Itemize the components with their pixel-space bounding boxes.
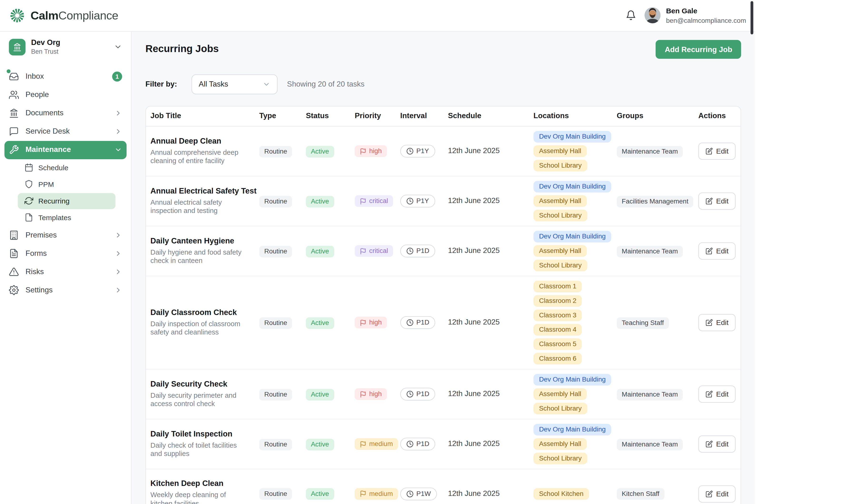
location-tag: Assembly Hall bbox=[533, 145, 587, 157]
sidebar-item-label: Templates bbox=[38, 214, 104, 222]
location-tag: Dev Org Main Building bbox=[533, 181, 611, 193]
sidebar-item-forms[interactable]: Forms bbox=[4, 245, 126, 263]
org-building-icon bbox=[9, 39, 25, 55]
sidebar-item-label: Risks bbox=[25, 268, 108, 277]
flag-icon bbox=[360, 148, 366, 154]
status-badge: Active bbox=[306, 388, 334, 400]
sidebar-item-documents[interactable]: Documents bbox=[4, 104, 126, 123]
edit-button[interactable]: Edit bbox=[698, 386, 736, 403]
schedule-date: 12th June 2025 bbox=[448, 197, 529, 206]
forms-icon bbox=[9, 249, 19, 259]
sidebar-item-templates[interactable]: Templates bbox=[18, 210, 115, 226]
chevron-right-icon bbox=[114, 286, 122, 294]
interval-badge: P1D bbox=[400, 316, 435, 329]
templates-icon bbox=[24, 213, 33, 222]
sidebar-item-label: PPM bbox=[38, 180, 104, 189]
locations-list: Dev Org Main BuildingAssembly HallSchool… bbox=[529, 369, 612, 419]
risks-icon bbox=[9, 267, 19, 277]
user-avatar[interactable] bbox=[644, 7, 660, 24]
sidebar-item-premises[interactable]: Premises bbox=[4, 226, 126, 245]
flag-icon bbox=[360, 491, 366, 497]
column-header-interval: Interval bbox=[400, 112, 448, 121]
user-meta: Ben Gale ben@calmcompliance.com bbox=[666, 7, 746, 24]
clock-icon bbox=[406, 248, 413, 255]
location-tag: Classroom 3 bbox=[533, 310, 582, 321]
location-tag: Dev Org Main Building bbox=[533, 424, 611, 436]
sidebar-item-settings[interactable]: Settings bbox=[4, 281, 126, 299]
status-badge: Active bbox=[306, 438, 334, 450]
sidebar-item-label: Service Desk bbox=[25, 127, 108, 136]
org-selector[interactable]: Dev Org Ben Trust bbox=[4, 34, 126, 60]
priority-badge: critical bbox=[355, 195, 393, 207]
task-filter-select[interactable]: All Tasks bbox=[191, 75, 278, 94]
org-meta: Dev Org Ben Trust bbox=[31, 38, 60, 56]
schedule-icon bbox=[24, 163, 33, 172]
priority-badge: medium bbox=[355, 438, 398, 450]
locations-list: School Kitchen bbox=[529, 483, 612, 504]
edit-button[interactable]: Edit bbox=[698, 142, 736, 160]
people-icon bbox=[9, 90, 19, 100]
location-tag: Classroom 1 bbox=[533, 281, 582, 293]
column-header-schedule: Schedule bbox=[448, 112, 529, 121]
column-header-status: Status bbox=[306, 112, 355, 121]
edit-button[interactable]: Edit bbox=[698, 193, 736, 210]
edit-button[interactable]: Edit bbox=[698, 242, 736, 260]
sidebar-item-risks[interactable]: Risks bbox=[4, 263, 126, 281]
app-window: CalmCompliance bbox=[0, 0, 755, 504]
add-recurring-job-button[interactable]: Add Recurring Job bbox=[656, 40, 741, 59]
unread-count-badge: 1 bbox=[112, 72, 122, 82]
table-body: Annual Deep Clean Annual comprehensive d… bbox=[146, 126, 741, 504]
edit-button[interactable]: Edit bbox=[698, 485, 736, 502]
results-summary: Showing 20 of 20 tasks bbox=[287, 80, 365, 89]
sidebar-item-people[interactable]: People bbox=[4, 86, 126, 104]
sidebar-item-label: Premises bbox=[25, 231, 108, 240]
sidebar-item-service-desk[interactable]: Service Desk bbox=[4, 123, 126, 141]
interval-badge: P1Y bbox=[400, 145, 435, 158]
user-email: ben@calmcompliance.com bbox=[666, 16, 746, 24]
notifications-bell-icon[interactable] bbox=[625, 10, 636, 21]
edit-button[interactable]: Edit bbox=[698, 314, 736, 331]
sidebar-item-label: Schedule bbox=[38, 163, 104, 172]
sidebar-item-label: Settings bbox=[25, 286, 108, 295]
job-description: Weekly deep cleaning of kitchen faciliti… bbox=[151, 491, 249, 504]
column-header-type: Type bbox=[259, 112, 306, 121]
job-title: Annual Electrical Safety Test bbox=[151, 186, 259, 196]
location-tag: Classroom 2 bbox=[533, 295, 582, 307]
priority-badge: high bbox=[355, 317, 387, 328]
edit-button[interactable]: Edit bbox=[698, 436, 736, 453]
org-name: Dev Org bbox=[31, 38, 60, 47]
screen: CalmCompliance bbox=[0, 0, 866, 504]
org-owner: Ben Trust bbox=[31, 48, 60, 56]
pencil-icon bbox=[706, 440, 713, 448]
location-tag: Assembly Hall bbox=[533, 195, 587, 207]
sidebar-item-maintenance[interactable]: Maintenance bbox=[4, 141, 126, 159]
table-row-daily-canteen-hygiene: Daily Canteen Hygiene Daily hygiene and … bbox=[146, 226, 741, 276]
filter-row: Filter by: All Tasks Showing 20 of 20 ta… bbox=[145, 75, 741, 94]
job-title: Daily Security Check bbox=[151, 379, 259, 389]
flag-icon bbox=[360, 248, 366, 254]
table-row-annual-electrical-safety-test: Annual Electrical Safety Test Annual ele… bbox=[146, 176, 741, 226]
schedule-date: 12th June 2025 bbox=[448, 390, 529, 399]
job-description: Daily hygiene and food safety check in c… bbox=[151, 249, 249, 266]
sidebar-item-ppm[interactable]: PPM bbox=[18, 176, 115, 193]
task-filter-value: All Tasks bbox=[199, 80, 228, 89]
schedule-date: 12th June 2025 bbox=[448, 439, 529, 449]
status-badge: Active bbox=[306, 245, 334, 257]
location-tag: School Library bbox=[533, 210, 587, 221]
sidebar-item-schedule[interactable]: Schedule bbox=[18, 160, 115, 176]
vertical-scrollbar-thumb[interactable] bbox=[751, 1, 754, 34]
filter-label: Filter by: bbox=[145, 80, 177, 89]
sidebar-item-label: Maintenance bbox=[25, 146, 108, 154]
chevron-right-icon bbox=[114, 268, 122, 276]
clock-icon bbox=[406, 440, 413, 448]
locations-list: Dev Org Main BuildingAssembly HallSchool… bbox=[529, 126, 612, 176]
inbox-icon bbox=[9, 72, 19, 82]
location-tag: School Library bbox=[533, 260, 587, 271]
sidebar-item-recurring[interactable]: Recurring bbox=[18, 193, 115, 209]
recurring-icon bbox=[24, 197, 33, 205]
interval-badge: P1D bbox=[400, 438, 435, 450]
sidebar-item-inbox[interactable]: Inbox 1 bbox=[4, 68, 126, 86]
flag-icon bbox=[360, 319, 366, 326]
page-title: Recurring Jobs bbox=[145, 43, 219, 55]
topbar: CalmCompliance bbox=[0, 0, 755, 32]
